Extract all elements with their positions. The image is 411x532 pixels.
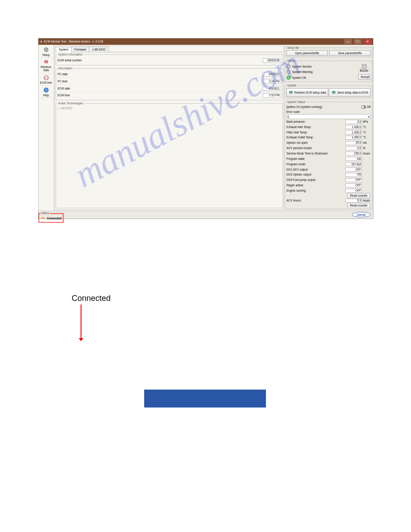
ecm-time-value: 2:53 PM: [263, 93, 281, 98]
status-scroll-area[interactable]: Back pressure:0.0kPa Exhaust Inlet Temp:…: [287, 119, 371, 208]
active-technologies-fieldset: Active Technologies ▢ AR-DOC: [56, 102, 283, 208]
row-value: DO test: [345, 162, 362, 166]
connected-icon: [41, 216, 46, 222]
row-label: Program mode:: [287, 163, 345, 166]
row-value: 1,400.0: [345, 130, 362, 134]
status-light-warning-icon: [287, 70, 291, 74]
legend: Information: [57, 67, 73, 70]
row-label: Injector ms open:: [287, 142, 345, 145]
legend: Setup file: [287, 46, 300, 49]
status-warning-label: System Warning: [292, 70, 313, 73]
gear-icon: [43, 47, 49, 53]
row-value: OFF: [345, 178, 362, 182]
row-value: 1,400.0: [345, 136, 362, 140]
acv-hours-unit: hours: [362, 199, 370, 202]
status-service-label: System Service: [292, 65, 312, 68]
pc-time-label: PC time: [57, 80, 67, 83]
pc-date-label: PC date: [57, 73, 68, 76]
maximize-button[interactable]: ☐: [354, 39, 361, 44]
annotation-connected-label: Connected: [72, 294, 111, 303]
row-label: Service Mode Time to Shutdown:: [287, 152, 345, 155]
row-value: 0.0: [345, 120, 362, 124]
accept-button[interactable]: Accept: [358, 74, 370, 80]
row-label: Filter Inlet Temp:: [287, 131, 345, 134]
footer-status-box: Status Connected: [39, 212, 64, 223]
acv-hours-value: 5.9: [345, 199, 362, 203]
row-unit: °C: [362, 125, 370, 129]
annotation-arrow-icon: [81, 305, 81, 339]
database-down-icon: [288, 90, 293, 95]
legend: Active Technologies: [57, 102, 84, 105]
row-value: 25.0: [345, 141, 362, 145]
row-label: Engine running:: [287, 189, 345, 192]
system-status-fieldset: System Status Ignition On (system runnin…: [285, 100, 372, 209]
row-unit: kPa: [362, 120, 370, 123]
status-light-service-icon: [287, 64, 291, 68]
title-bar: ◔ ECM Service Tool - Standard version - …: [39, 39, 373, 45]
ignition-state: Off: [367, 105, 370, 108]
blue-box-annotation: [144, 390, 266, 408]
reset-counter-button[interactable]: Reset counter: [347, 193, 370, 198]
tab-system[interactable]: System: [56, 47, 72, 52]
status-fieldset: Status System Service System Warning Sys…: [285, 59, 372, 82]
tab-firmware[interactable]: Firmware: [71, 47, 90, 52]
row-label: ACV percent closed:: [287, 147, 345, 150]
app-icon: ◔: [40, 40, 43, 43]
row-value: OFF: [345, 184, 362, 188]
row-label: Exhaust Outlet Temp:: [287, 136, 345, 139]
sidebar-label: ECM Info: [40, 81, 52, 84]
legend: System Status: [287, 100, 306, 103]
main-content-panel: System Firmware 1 AR-DOC System Informat…: [55, 46, 284, 210]
sidebar: Setup Retrieve data ECM Info ? Help: [39, 45, 54, 211]
row-label: DO6 Fuel pump output:: [287, 179, 345, 182]
save-parameterfile-button[interactable]: Save parameterfile: [329, 51, 370, 56]
row-value: ON: [345, 173, 362, 177]
row-value: 140: [345, 157, 362, 161]
sidebar-item-setup[interactable]: Setup: [39, 46, 54, 58]
footer-bar: Status Connected Carrier: [39, 211, 373, 219]
legend: Status: [287, 59, 296, 62]
open-parameterfile-button[interactable]: Open parameterfile: [287, 51, 328, 56]
sidebar-item-retrieve[interactable]: Retrieve data: [39, 58, 54, 73]
chevron-down-icon: ▾: [368, 115, 369, 118]
row-unit: hours: [362, 152, 370, 155]
sidebar-label: Help: [43, 94, 49, 97]
carrier-logo: Carrier: [352, 212, 371, 218]
svg-text:?: ?: [45, 89, 47, 92]
setup-file-fieldset: Setup file Open parameterfile Save param…: [285, 46, 372, 57]
row-label: Regen active:: [287, 184, 345, 187]
system-information-fieldset: System Information ECM serial number 180…: [56, 53, 283, 65]
legend: System Information: [57, 53, 83, 56]
help-icon: ?: [43, 87, 49, 93]
error-code-dropdown[interactable]: 0 ▾: [287, 114, 371, 119]
pc-date-value: 6/9/2021: [263, 72, 281, 77]
row-label: DO1 ACV output:: [287, 168, 345, 171]
send-ecm-button[interactable]: Send setup data to ECM: [329, 88, 370, 97]
row-label: DO2 Injector output:: [287, 173, 345, 176]
footer-status-legend: Status: [41, 212, 50, 215]
row-unit: °C: [362, 136, 370, 139]
row-unit: %: [362, 147, 370, 150]
tab-ardoc[interactable]: 1 AR-DOC: [89, 47, 109, 52]
retrieve-ecm-button[interactable]: Retrieve ECM setup data: [287, 88, 328, 97]
row-label: Back pressure:: [287, 120, 345, 123]
info-icon: [43, 74, 49, 81]
row-value: 0.0: [345, 146, 362, 150]
ecm-serial-value: 18030158: [263, 58, 281, 63]
row-value: 1,400.0: [345, 125, 362, 129]
buzzer-label: Buzzer: [360, 69, 369, 73]
update-fieldset: Update Retrieve ECM setup data Send setu…: [285, 84, 372, 99]
reset-counter-button-2[interactable]: Reset counter: [347, 203, 370, 208]
sidebar-item-ecminfo[interactable]: ECM Info: [39, 73, 54, 86]
error-code-label: Error code:: [287, 110, 300, 113]
connected-label: Connected: [47, 217, 62, 220]
row-unit: °C: [362, 131, 370, 134]
minimize-button[interactable]: —: [344, 39, 351, 44]
status-ok-label: System OK: [292, 76, 306, 79]
ecm-serial-label: ECM serial number: [57, 59, 81, 62]
row-value: OFF: [345, 167, 362, 172]
database-up-icon: [331, 90, 336, 95]
close-button[interactable]: ✕: [364, 39, 372, 44]
sidebar-item-help[interactable]: ? Help: [39, 86, 54, 99]
status-light-ok-icon: [287, 76, 291, 80]
